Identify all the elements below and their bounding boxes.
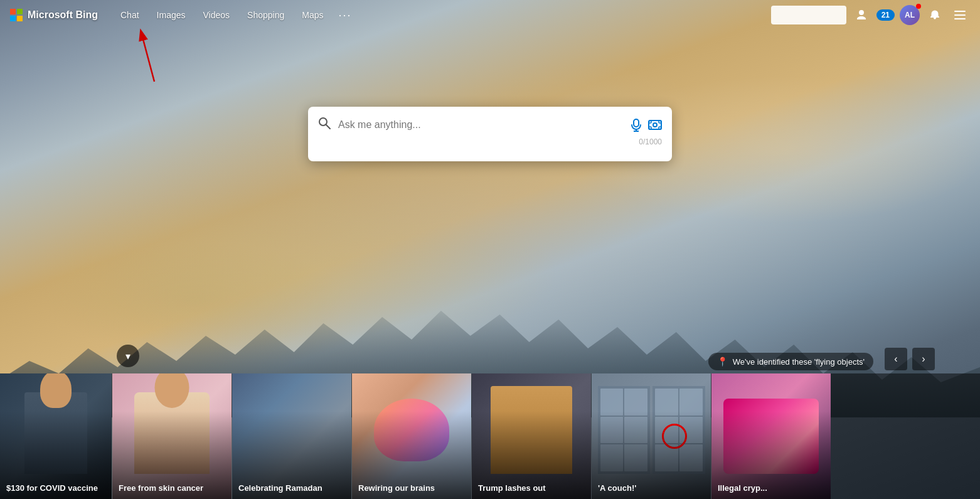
microsoft-logo: [10, 9, 23, 21]
card-title-crypto: Illegal cryp...: [718, 483, 824, 494]
card-title-skin-cancer: Free from skin cancer: [119, 483, 225, 494]
logo-square-blue: [10, 16, 16, 21]
nav-images[interactable]: Images: [149, 6, 193, 24]
card-title-rewiring: Rewiring our brains: [358, 483, 465, 494]
logo-square-red: [10, 9, 16, 14]
card-title-trump: Trump lashes out: [478, 483, 585, 494]
search-box: 0/1000: [308, 107, 672, 161]
svg-point-5: [319, 118, 327, 126]
nav-links: Chat Images Videos Shopping Maps ···: [113, 6, 356, 24]
svg-rect-13: [649, 127, 651, 129]
chevron-left-icon: ‹: [894, 353, 897, 365]
char-count: 0/1000: [318, 137, 662, 146]
logo-square-green: [17, 9, 23, 14]
avatar[interactable]: AL: [900, 5, 920, 25]
search-input[interactable]: [338, 119, 622, 131]
news-card-trump[interactable]: Trump lashes out: [472, 373, 591, 499]
news-card-crypto[interactable]: Illegal cryp...: [711, 373, 831, 499]
chevron-down-icon: ▾: [125, 350, 130, 362]
svg-rect-12: [659, 121, 661, 123]
search-icon: [318, 117, 331, 132]
news-card-rewiring[interactable]: Rewiring our brains: [352, 373, 471, 499]
scroll-down-button[interactable]: ▾: [117, 345, 139, 367]
news-card-ramadan[interactable]: Celebrating Ramadan: [232, 373, 351, 499]
svg-line-6: [326, 125, 330, 129]
nav-chat[interactable]: Chat: [113, 6, 147, 24]
bell-icon-button[interactable]: [925, 5, 945, 25]
svg-rect-1: [954, 14, 966, 16]
svg-rect-11: [649, 121, 651, 123]
card-overlay: [592, 373, 711, 499]
visual-search-button[interactable]: [648, 118, 662, 132]
microphone-button[interactable]: [629, 118, 643, 132]
info-bar-text: We've identified these 'flying objects': [733, 357, 865, 367]
search-actions: [629, 118, 662, 132]
svg-line-4: [142, 35, 154, 82]
news-prev-button[interactable]: ‹: [885, 348, 907, 370]
card-title-couch: 'A couch!': [598, 483, 705, 494]
points-badge[interactable]: 21: [876, 9, 895, 21]
card-overlay: [112, 373, 232, 499]
svg-rect-2: [954, 18, 966, 19]
user-icon-button[interactable]: [851, 5, 871, 25]
brand-name: Microsoft Bing: [28, 9, 98, 21]
card-overlay: [232, 373, 351, 499]
search-container: 0/1000: [308, 107, 672, 161]
logo-square-yellow: [17, 16, 23, 21]
news-strip-panel: $130 for COVID vaccine Free from skin ca…: [0, 373, 980, 499]
header-right: 21 AL: [771, 5, 970, 25]
nav-shopping[interactable]: Shopping: [240, 6, 292, 24]
card-overlay: [472, 373, 591, 499]
nav-videos[interactable]: Videos: [196, 6, 238, 24]
notification-dot: [916, 4, 921, 9]
svg-point-15: [653, 123, 657, 127]
svg-rect-14: [659, 127, 661, 129]
card-overlay: [711, 373, 831, 499]
search-input-row: [318, 117, 662, 132]
news-strip: $130 for COVID vaccine Free from skin ca…: [0, 373, 980, 499]
svg-rect-7: [634, 119, 639, 127]
red-arrow-indicator: [137, 28, 162, 87]
card-title-ramadan: Celebrating Ramadan: [238, 483, 345, 494]
mini-search-box[interactable]: [771, 6, 846, 24]
nav-more-button[interactable]: ···: [333, 6, 356, 24]
chevron-right-icon: ›: [922, 353, 925, 365]
news-next-button[interactable]: ›: [912, 348, 935, 370]
card-overlay: [352, 373, 471, 499]
hamburger-menu-button[interactable]: [950, 5, 970, 25]
card-title-covid: $130 for COVID vaccine: [6, 483, 105, 494]
points-value: 21: [881, 11, 890, 19]
header: Microsoft Bing Chat Images Videos Shoppi…: [0, 0, 980, 30]
card-overlay: [0, 373, 112, 499]
news-card-couch[interactable]: 'A couch!': [592, 373, 711, 499]
news-card-skin-cancer[interactable]: Free from skin cancer: [112, 373, 232, 499]
logo-area[interactable]: Microsoft Bing: [10, 9, 98, 21]
info-bar[interactable]: 📍 We've identified these 'flying objects…: [708, 353, 873, 370]
location-pin-icon: 📍: [717, 357, 728, 367]
nav-maps[interactable]: Maps: [294, 6, 331, 24]
news-card-covid[interactable]: $130 for COVID vaccine: [0, 373, 112, 499]
svg-rect-10: [649, 121, 661, 129]
svg-rect-0: [954, 11, 966, 12]
